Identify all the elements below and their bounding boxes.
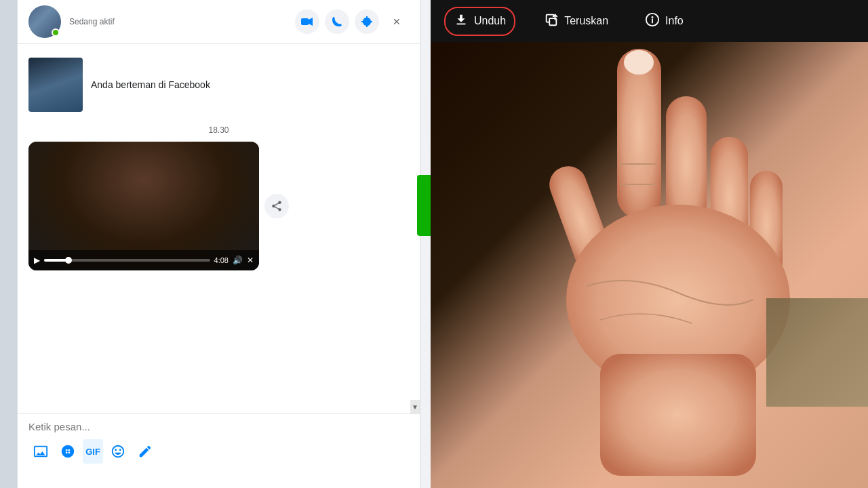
pen-icon[interactable] — [133, 439, 157, 464]
photo-icon[interactable] — [28, 439, 53, 464]
svg-rect-14 — [600, 354, 756, 476]
message-input[interactable] — [28, 421, 409, 432]
chat-input-area: GIF — [18, 413, 420, 488]
left-edge-overlay — [0, 0, 17, 488]
scroll-down-button[interactable]: ▼ — [410, 400, 420, 413]
teruskan-button[interactable]: Teruskan — [536, 8, 616, 35]
corner-preview-image — [766, 298, 868, 407]
message-input-row — [28, 421, 409, 432]
video-call-button[interactable] — [295, 9, 319, 34]
video-player[interactable]: ▶ 4:08 🔊 ✕ — [28, 142, 259, 270]
online-status-dot — [52, 28, 60, 37]
info-label: Info — [665, 15, 684, 27]
video-duration: 4:08 — [214, 256, 229, 264]
toolbar: Unduh Teruskan Info — [431, 0, 868, 42]
unduh-button[interactable]: Unduh — [444, 7, 515, 36]
gif-icon[interactable]: GIF — [83, 439, 103, 464]
video-close[interactable]: ✕ — [247, 256, 254, 265]
svg-point-6 — [624, 50, 654, 75]
volume-control[interactable]: 🔊 — [233, 256, 243, 265]
input-toolbar: GIF — [28, 439, 409, 464]
progress-bar[interactable] — [44, 259, 210, 262]
right-panel: Unduh Teruskan Info — [431, 0, 868, 488]
left-panel: Sedang aktif — [0, 0, 431, 488]
hand-area — [431, 42, 868, 488]
friend-notification: Anda berteman di Facebook — [28, 52, 409, 117]
voice-call-button[interactable] — [325, 9, 349, 34]
avatar-container — [28, 5, 61, 38]
close-button[interactable]: ✕ — [384, 9, 409, 34]
green-bubble-peek — [417, 175, 431, 236]
header-actions: ✕ — [295, 9, 409, 34]
progress-dot — [65, 257, 72, 264]
video-time-text: 4:08 — [214, 256, 229, 264]
teruskan-label: Teruskan — [564, 15, 608, 27]
unduh-label: Unduh — [474, 15, 506, 27]
notification-text: Anda berteman di Facebook — [91, 79, 210, 90]
teruskan-icon — [544, 12, 559, 30]
sticker-icon[interactable] — [56, 439, 80, 464]
share-button[interactable] — [264, 194, 289, 218]
notification-image-inner — [28, 58, 83, 112]
emoji-icon[interactable] — [106, 439, 130, 464]
video-bubble: ▶ 4:08 🔊 ✕ — [28, 142, 259, 270]
notification-image — [28, 58, 83, 112]
chat-header: Sedang aktif — [18, 0, 420, 44]
message-timestamp: 18.30 — [28, 125, 409, 135]
chat-body[interactable]: Anda berteman di Facebook 18.30 ▶ — [18, 44, 420, 413]
video-controls: ▶ 4:08 🔊 ✕ — [28, 250, 259, 270]
svg-marker-1 — [309, 18, 313, 26]
header-info: Sedang aktif — [61, 17, 295, 26]
progress-fill — [44, 259, 69, 262]
info-button[interactable]: Info — [637, 8, 692, 35]
unduh-icon — [454, 12, 469, 30]
header-status: Sedang aktif — [69, 17, 295, 26]
play-control[interactable]: ▶ — [34, 256, 40, 265]
info-icon — [645, 12, 660, 30]
hand-graphic — [465, 42, 837, 483]
video-message-container: ▶ 4:08 🔊 ✕ — [28, 142, 409, 270]
svg-rect-0 — [301, 18, 309, 25]
settings-button[interactable] — [355, 9, 379, 34]
chat-window: Sedang aktif — [17, 0, 420, 488]
